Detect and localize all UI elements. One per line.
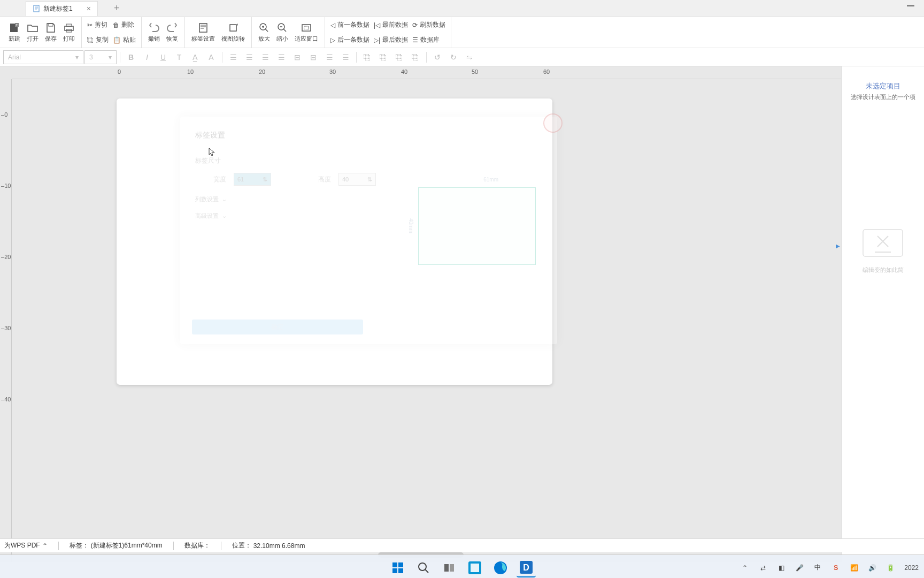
chevron-down-icon: ⌄ xyxy=(222,196,227,203)
cursor-icon xyxy=(209,148,215,156)
underline-button[interactable]: U xyxy=(156,50,171,64)
position-status: 位置：32.10mm 6.68mm xyxy=(232,541,305,550)
align-left-button[interactable]: ☰ xyxy=(226,50,241,64)
svg-rect-7 xyxy=(199,24,207,32)
rotate-right-button[interactable]: ↻ xyxy=(446,50,461,64)
label-icon xyxy=(197,22,209,34)
refresh-icon: ⟳ xyxy=(412,21,418,29)
strikethrough-button[interactable]: T xyxy=(172,50,187,64)
zoom-in-button[interactable]: 放大 xyxy=(255,17,273,48)
paste-icon: 📋 xyxy=(113,36,121,44)
svg-rect-15 xyxy=(392,562,397,567)
rotate-button[interactable]: 视图旋转 xyxy=(218,17,248,48)
dialog-close-button[interactable] xyxy=(543,113,563,133)
prev-record-button[interactable]: ◁前一条数据 xyxy=(328,18,372,32)
new-tab-button[interactable]: + xyxy=(114,3,120,14)
highlight-button[interactable]: A xyxy=(204,50,219,64)
task-view-button[interactable] xyxy=(440,558,459,577)
print-button[interactable]: 打印 xyxy=(60,17,78,48)
label-settings-button[interactable]: 标签设置 xyxy=(188,17,218,48)
cut-button[interactable]: ✂剪切 xyxy=(85,18,111,32)
tray-app-icon[interactable]: ◧ xyxy=(777,564,786,572)
format-bar: Arial▾ 3▾ B I U T A̲ A ☰ ☰ ☰ ☰ ⊟ ⊟ ☰ ☰ ⿻… xyxy=(0,48,924,66)
open-button[interactable]: 打开 xyxy=(24,17,42,48)
redo-button[interactable]: 恢复 xyxy=(163,17,181,48)
tray-volume-icon[interactable]: 🔊 xyxy=(868,564,876,572)
bring-front-button[interactable]: ⿻ xyxy=(360,50,375,64)
app-label-icon[interactable]: D xyxy=(517,558,536,577)
tray-wifi-icon[interactable]: 📶 xyxy=(850,564,858,572)
delete-button[interactable]: 🗑删除 xyxy=(111,18,138,32)
new-icon xyxy=(9,22,20,34)
database-button[interactable]: ☰数据库 xyxy=(410,33,448,47)
last-record-button[interactable]: ▷|最后数据 xyxy=(372,33,410,47)
tab-bar: 新建标签1 × + xyxy=(0,0,924,17)
tray-ime-icon[interactable]: 中 xyxy=(813,564,822,572)
app-edge-icon[interactable] xyxy=(491,558,510,577)
main-toolbar: 新建 打开 保存 打印 ✂剪切 ⿻复制 🗑删除 📋粘贴 撤销 xyxy=(0,17,924,48)
tray-sync-icon[interactable]: ⇄ xyxy=(759,564,767,572)
tray-clock[interactable]: 2022 xyxy=(904,564,919,572)
label-status: 标签：(新建标签1)61mm*40mm xyxy=(70,541,163,550)
group-button[interactable]: ⿻ xyxy=(392,50,407,64)
chevron-down-icon: ⌄ xyxy=(222,212,227,219)
document-icon xyxy=(33,5,40,12)
ungroup-button[interactable]: ⿻ xyxy=(408,50,423,64)
font-select[interactable]: Arial▾ xyxy=(3,50,83,64)
rotate-left-button[interactable]: ↺ xyxy=(430,50,445,64)
undo-button[interactable]: 撤销 xyxy=(145,17,163,48)
svg-rect-18 xyxy=(398,568,403,573)
svg-rect-16 xyxy=(398,562,403,567)
minimize-button[interactable] xyxy=(907,5,914,6)
italic-button[interactable]: I xyxy=(140,50,155,64)
preview-height-label: 40mm xyxy=(408,218,414,233)
tab-current[interactable]: 新建标签1 × xyxy=(26,1,98,16)
font-size-select[interactable]: 3▾ xyxy=(84,50,117,64)
font-color-button[interactable]: A̲ xyxy=(188,50,203,64)
new-button[interactable]: 新建 xyxy=(5,17,24,48)
svg-text:D: D xyxy=(523,563,529,572)
align-distribute-h-button[interactable]: ⊟ xyxy=(290,50,305,64)
send-back-button[interactable]: ⿻ xyxy=(376,50,391,64)
zoom-out-icon xyxy=(276,22,288,34)
tray-mic-icon[interactable]: 🎤 xyxy=(795,564,804,572)
tray-battery-icon[interactable]: 🔋 xyxy=(886,564,895,572)
start-button[interactable] xyxy=(388,558,407,577)
height-input[interactable]: 40⇅ xyxy=(338,173,376,186)
next-record-button[interactable]: ▷后一条数据 xyxy=(328,33,372,47)
trash-icon: 🗑 xyxy=(113,21,119,29)
fit-window-button[interactable]: 适应窗口 xyxy=(291,17,321,48)
svg-rect-12 xyxy=(304,26,309,29)
align-center-button[interactable]: ☰ xyxy=(242,50,257,64)
save-button[interactable]: 保存 xyxy=(42,17,60,48)
first-record-button[interactable]: |◁最前数据 xyxy=(372,18,410,32)
align-right-button[interactable]: ☰ xyxy=(338,50,353,64)
tray-s-icon[interactable]: S xyxy=(831,564,840,572)
align-bottom-button[interactable]: ☰ xyxy=(322,50,337,64)
align-middle-button[interactable]: ☰ xyxy=(274,50,289,64)
svg-rect-17 xyxy=(392,568,397,573)
last-icon: ▷| xyxy=(374,36,380,44)
align-distribute-v-button[interactable]: ⊟ xyxy=(306,50,321,64)
bold-button[interactable]: B xyxy=(124,50,138,64)
paste-button[interactable]: 📋粘贴 xyxy=(111,33,138,47)
panel-collapse-button[interactable]: ▶ xyxy=(836,243,841,249)
align-top-button[interactable]: ☰ xyxy=(258,50,273,64)
app-snip-icon[interactable] xyxy=(465,558,484,577)
height-label: 高度 xyxy=(318,175,331,184)
export-status[interactable]: 为WPS PDF⌃ xyxy=(4,541,48,550)
ok-button[interactable]: 确定 xyxy=(192,320,363,334)
copy-button[interactable]: ⿻复制 xyxy=(85,33,111,47)
database-status: 数据库： xyxy=(184,541,210,550)
zoom-out-button[interactable]: 缩小 xyxy=(273,17,291,48)
tray-chevron-icon[interactable]: ⌃ xyxy=(741,564,749,572)
empty-state-caption: 编辑变的如此简 xyxy=(863,266,904,274)
svg-rect-23 xyxy=(471,564,479,572)
refresh-button[interactable]: ⟳刷新数据 xyxy=(410,18,448,32)
search-button[interactable] xyxy=(414,558,433,577)
flip-button[interactable]: ⇋ xyxy=(462,50,477,64)
width-input[interactable]: 61⇅ xyxy=(234,173,271,186)
svg-rect-11 xyxy=(302,25,311,31)
rotate-icon xyxy=(227,22,239,34)
close-icon[interactable]: × xyxy=(87,4,91,13)
